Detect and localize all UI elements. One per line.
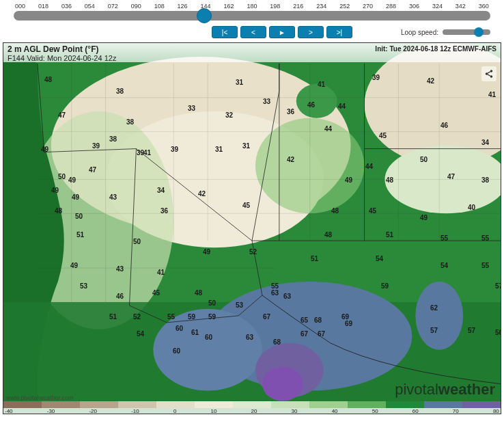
- loop-speed-label: Loop speed:: [401, 29, 438, 36]
- dewpoint-value: 54: [376, 255, 383, 262]
- slider-tick: 342: [456, 3, 466, 10]
- brand-watermark: pivotalweather: [395, 381, 495, 399]
- dewpoint-value: 54: [440, 262, 448, 269]
- loop-speed-thumb[interactable]: [474, 27, 484, 37]
- dewpoint-value: 47: [58, 111, 66, 119]
- colorbar-tick: 50: [372, 408, 378, 414]
- svg-point-26: [490, 70, 493, 72]
- dewpoint-value: 57: [468, 327, 475, 334]
- dewpoint-value: 41: [488, 91, 496, 98]
- dewpoint-value: 52: [133, 313, 141, 321]
- slider-tick: 054: [85, 3, 95, 10]
- dewpoint-value: 44: [365, 163, 373, 170]
- dewpoint-value: 51: [76, 231, 84, 239]
- colorbar: -40-30-20-1001020304050607080: [3, 401, 501, 414]
- slider-tick: 306: [409, 3, 419, 10]
- dewpoint-value: 63: [246, 334, 253, 341]
- colorbar-tick: 40: [332, 408, 338, 414]
- dewpoint-value: 38: [481, 176, 489, 184]
- dewpoint-value: 43: [116, 265, 124, 273]
- dewpoint-value: 46: [440, 122, 448, 129]
- dewpoint-value: 49: [70, 262, 78, 269]
- dewpoint-value: 45: [242, 202, 250, 209]
- slider-tick: 270: [363, 3, 373, 10]
- dewpoint-value: 50: [133, 238, 141, 245]
- dewpoint-value: 68: [314, 316, 322, 324]
- time-slider-thumb[interactable]: [197, 8, 212, 23]
- colorbar-tick: 30: [292, 408, 298, 414]
- slider-tick: 180: [247, 3, 257, 10]
- dewpoint-value: 49: [68, 176, 76, 184]
- prev-button[interactable]: <: [240, 26, 266, 38]
- dewpoint-value: 31: [215, 146, 223, 153]
- dewpoint-value: 57: [430, 327, 438, 334]
- dewpoint-value: 49: [51, 187, 59, 194]
- slider-tick: 324: [432, 3, 443, 10]
- slider-tick: 090: [131, 3, 141, 10]
- dewpoint-value: 33: [188, 105, 195, 112]
- dewpoint-value: 53: [236, 301, 243, 309]
- dewpoint-value: 36: [160, 207, 168, 215]
- dewpoint-value: 55: [440, 234, 448, 242]
- svg-point-12: [262, 367, 303, 401]
- dewpoint-value: 63: [271, 289, 279, 297]
- dewpoint-value: 55: [481, 262, 489, 269]
- slider-tick: 234: [316, 3, 326, 10]
- slider-tick: 216: [293, 3, 303, 10]
- colorbar-tick: 0: [173, 408, 176, 414]
- dewpoint-value: 50: [58, 173, 66, 180]
- dewpoint-value: 39: [171, 146, 178, 153]
- dewpoint-value: 39: [372, 74, 380, 81]
- svg-point-28: [490, 75, 493, 78]
- dewpoint-value: 40: [468, 204, 475, 211]
- svg-point-7: [296, 84, 337, 118]
- dewpoint-value: 44: [338, 103, 346, 110]
- colorbar-tick: 20: [251, 408, 257, 414]
- first-button[interactable]: |<: [212, 26, 238, 38]
- dewpoint-value: 46: [307, 101, 315, 109]
- dewpoint-value: 48: [44, 76, 52, 83]
- loop-speed-slider[interactable]: [443, 29, 490, 35]
- dewpoint-value: 32: [225, 111, 233, 119]
- dewpoint-value: 41: [143, 149, 151, 157]
- dewpoint-value: 31: [242, 142, 250, 150]
- dewpoint-value: 56: [495, 329, 501, 336]
- slider-tick: 018: [38, 3, 48, 10]
- play-button[interactable]: ►: [269, 26, 295, 38]
- dewpoint-value: 51: [311, 255, 318, 262]
- dewpoint-value: 48: [55, 207, 62, 215]
- dewpoint-value: 49: [345, 176, 352, 184]
- dewpoint-value: 57: [495, 282, 501, 290]
- slider-tick: 252: [339, 3, 350, 10]
- dewpoint-value: 61: [191, 329, 199, 336]
- dewpoint-value: 36: [287, 108, 294, 116]
- weather-map[interactable]: 2 m AGL Dew Point (°F) F144 Valid: Mon 2…: [3, 42, 501, 414]
- dewpoint-value: 49: [41, 146, 48, 153]
- dewpoint-value: 34: [481, 139, 489, 146]
- dewpoint-value: 52: [249, 248, 257, 256]
- slider-tick: 126: [178, 3, 188, 10]
- share-icon[interactable]: [481, 66, 496, 81]
- dewpoint-value: 63: [283, 293, 291, 300]
- svg-point-27: [486, 72, 488, 75]
- slider-tick: 036: [61, 3, 72, 10]
- dewpoint-value: 60: [205, 334, 212, 341]
- last-button[interactable]: >|: [326, 26, 352, 38]
- map-init-time: Init: Tue 2024-06-18 12z ECMWF-AIFS: [375, 44, 496, 53]
- slider-tick: 288: [386, 3, 396, 10]
- dewpoint-value: 45: [379, 132, 387, 139]
- dewpoint-value: 48: [324, 231, 332, 239]
- dewpoint-value: 67: [300, 330, 308, 338]
- dewpoint-value: 49: [72, 193, 79, 201]
- next-button[interactable]: >: [298, 26, 324, 38]
- dewpoint-value: 68: [273, 338, 281, 346]
- dewpoint-value: 43: [109, 193, 117, 201]
- colorbar-tick: 70: [453, 408, 459, 414]
- dewpoint-value: 67: [263, 313, 270, 321]
- dewpoint-value: 51: [109, 313, 117, 321]
- map-valid-time: F144 Valid: Mon 2024-06-24 12z: [8, 54, 116, 63]
- time-slider[interactable]: [14, 11, 490, 21]
- dewpoint-value: 38: [109, 135, 117, 143]
- colorbar-tick: -10: [131, 408, 139, 414]
- dewpoint-value: 67: [318, 330, 325, 338]
